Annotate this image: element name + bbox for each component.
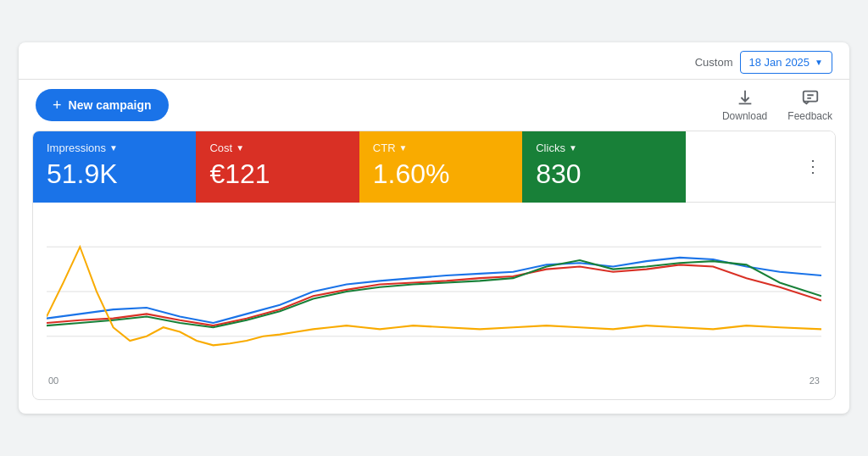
blue-line — [47, 258, 821, 323]
clicks-card: Clicks ▼ 830 — [522, 131, 685, 202]
red-line — [47, 264, 821, 325]
cost-header: Cost ▼ — [209, 142, 345, 154]
cost-arrow[interactable]: ▼ — [236, 143, 244, 153]
chart-section: 00 23 — [33, 203, 835, 399]
chart-x-labels: 00 23 — [47, 372, 821, 386]
custom-label: Custom — [695, 56, 733, 69]
date-value: 18 Jan 2025 — [749, 56, 810, 69]
ctr-label: CTR — [373, 142, 396, 154]
cost-value: €121 — [209, 158, 345, 190]
new-campaign-label: New campaign — [69, 98, 152, 112]
download-button[interactable]: Download — [722, 88, 767, 122]
ctr-arrow[interactable]: ▼ — [399, 143, 408, 153]
cost-label: Cost — [209, 142, 232, 154]
stats-chart-card: Impressions ▼ 51.9K Cost ▼ €121 CTR ▼ 1.… — [32, 131, 836, 399]
clicks-label: Clicks — [536, 142, 565, 154]
feedback-button[interactable]: Feedback — [787, 88, 832, 122]
download-icon — [736, 88, 754, 107]
plus-icon: + — [53, 97, 62, 113]
feedback-label: Feedback — [787, 110, 832, 122]
top-bar: Custom 18 Jan 2025 ▼ — [19, 42, 849, 80]
impressions-card: Impressions ▼ 51.9K — [33, 131, 196, 202]
chart-svg — [47, 211, 821, 372]
clicks-value: 830 — [536, 158, 671, 190]
x-label-end: 23 — [810, 375, 820, 386]
stats-row: Impressions ▼ 51.9K Cost ▼ €121 CTR ▼ 1.… — [33, 131, 835, 202]
date-dropdown[interactable]: 18 Jan 2025 ▼ — [740, 51, 832, 74]
feedback-icon — [801, 88, 820, 107]
impressions-value: 51.9K — [47, 158, 182, 190]
impressions-label: Impressions — [47, 142, 106, 154]
x-label-start: 00 — [48, 375, 58, 386]
more-options-button[interactable]: ⋮ — [804, 158, 821, 175]
right-actions: Download Feedback — [722, 88, 832, 122]
clicks-header: Clicks ▼ — [536, 142, 671, 154]
svg-rect-0 — [803, 92, 817, 102]
download-label: Download — [722, 110, 767, 122]
cost-card: Cost ▼ €121 — [196, 131, 359, 202]
ctr-card: CTR ▼ 1.60% — [359, 131, 522, 202]
main-container: Custom 18 Jan 2025 ▼ + New campaign Down… — [19, 42, 849, 413]
chevron-down-icon: ▼ — [815, 58, 823, 67]
ctr-value: 1.60% — [373, 158, 509, 190]
card-options: ⋮ — [686, 131, 835, 202]
clicks-arrow[interactable]: ▼ — [569, 143, 577, 153]
action-bar: + New campaign Download Feedback — [19, 80, 849, 131]
impressions-arrow[interactable]: ▼ — [109, 143, 118, 153]
ctr-header: CTR ▼ — [373, 142, 509, 154]
new-campaign-button[interactable]: + New campaign — [36, 89, 169, 121]
chart-wrapper — [47, 211, 821, 372]
impressions-header: Impressions ▼ — [47, 142, 182, 154]
